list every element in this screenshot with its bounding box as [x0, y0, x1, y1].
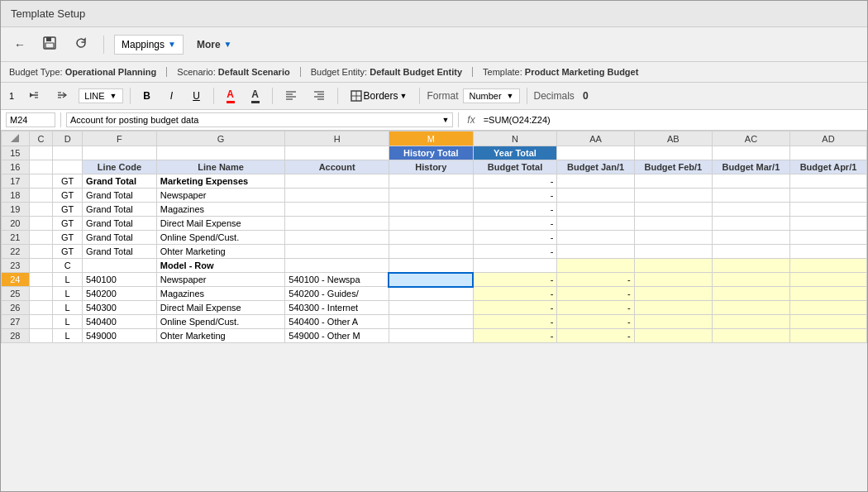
cell-20-h[interactable]: [285, 217, 389, 231]
cell-24-aa[interactable]: -: [557, 273, 634, 287]
row-num-18[interactable]: 18: [2, 189, 30, 203]
cell-23-ab[interactable]: [634, 259, 712, 273]
formula-input[interactable]: [484, 115, 862, 125]
cell-15-m[interactable]: History Total: [389, 146, 473, 160]
cell-17-ad[interactable]: [790, 174, 867, 189]
cell-26-d[interactable]: L: [53, 301, 83, 315]
cell-17-c[interactable]: [29, 174, 53, 189]
col-header-ac[interactable]: AC: [712, 131, 789, 146]
cell-26-h[interactable]: 540300 - Internet: [285, 301, 389, 315]
row-num-24[interactable]: 24: [2, 273, 30, 287]
cell-23-aa[interactable]: [557, 259, 634, 273]
cell-17-ac[interactable]: [712, 174, 789, 189]
cell-21-aa[interactable]: [557, 231, 634, 245]
col-header-ad[interactable]: AD: [790, 131, 867, 146]
cell-26-ab[interactable]: [634, 301, 712, 315]
cell-16-d[interactable]: [53, 160, 83, 174]
cell-28-g[interactable]: Ohter Marketing: [156, 329, 285, 343]
cell-25-d[interactable]: L: [53, 287, 83, 301]
cell-15-d[interactable]: [53, 146, 83, 160]
cell-17-m[interactable]: [389, 174, 473, 189]
cell-17-h[interactable]: [285, 174, 389, 189]
cell-28-aa[interactable]: -: [557, 329, 634, 343]
cell-25-h[interactable]: 540200 - Guides/: [285, 287, 389, 301]
col-header-m[interactable]: M: [389, 131, 473, 146]
cell-18-c[interactable]: [29, 189, 53, 203]
cell-17-d[interactable]: GT: [53, 174, 83, 189]
cell-25-ac[interactable]: [712, 287, 789, 301]
cell-20-n[interactable]: -: [473, 217, 557, 231]
cell-28-c[interactable]: [29, 329, 53, 343]
cell-17-g[interactable]: Marketing Expenses: [156, 174, 285, 189]
cell-16-h[interactable]: Account: [285, 160, 389, 174]
cell-23-f[interactable]: [83, 259, 157, 273]
cell-20-c[interactable]: [29, 217, 53, 231]
row-num-15[interactable]: 15: [2, 146, 30, 160]
cell-21-n[interactable]: -: [473, 231, 557, 245]
cell-22-d[interactable]: GT: [53, 245, 83, 259]
spreadsheet[interactable]: C D F G H M N AA AB AC AD 15: [1, 131, 867, 491]
row-num-26[interactable]: 26: [2, 301, 30, 315]
number-format-select[interactable]: Number ▼: [463, 88, 519, 103]
cell-24-ac[interactable]: [712, 273, 789, 287]
cell-21-ab[interactable]: [634, 231, 712, 245]
cell-22-h[interactable]: [285, 245, 389, 259]
cell-19-ac[interactable]: [712, 203, 789, 217]
cell-17-aa[interactable]: [557, 174, 634, 189]
cell-25-m[interactable]: [389, 287, 473, 301]
col-header-ab[interactable]: AB: [634, 131, 712, 146]
cell-15-ad[interactable]: [790, 146, 867, 160]
cell-17-f[interactable]: Grand Total: [83, 174, 157, 189]
cell-24-d[interactable]: L: [53, 273, 83, 287]
cell-15-ab[interactable]: [634, 146, 712, 160]
cell-26-m[interactable]: [389, 301, 473, 315]
cell-23-d[interactable]: C: [53, 259, 83, 273]
cell-20-ab[interactable]: [634, 217, 712, 231]
mappings-button[interactable]: Mappings ▼: [114, 35, 184, 55]
cell-22-ad[interactable]: [790, 245, 867, 259]
align-right-button[interactable]: [308, 88, 331, 105]
row-num-20[interactable]: 20: [2, 217, 30, 231]
cell-26-ac[interactable]: [712, 301, 789, 315]
cell-25-aa[interactable]: -: [557, 287, 634, 301]
cell-15-ac[interactable]: [712, 146, 789, 160]
cell-18-h[interactable]: [285, 189, 389, 203]
cell-28-n[interactable]: -: [473, 329, 557, 343]
cell-25-n[interactable]: -: [473, 287, 557, 301]
cell-27-ad[interactable]: [790, 315, 867, 329]
col-header-f[interactable]: F: [83, 131, 157, 146]
description-dropdown[interactable]: Account for posting budget data ▼: [66, 112, 453, 127]
cell-27-aa[interactable]: -: [557, 315, 634, 329]
cell-27-n[interactable]: -: [473, 315, 557, 329]
cell-23-ad[interactable]: [790, 259, 867, 273]
cell-16-f[interactable]: Line Code: [83, 160, 157, 174]
cell-22-aa[interactable]: [557, 245, 634, 259]
cell-22-n[interactable]: -: [473, 245, 557, 259]
cell-18-m[interactable]: [389, 189, 473, 203]
cell-24-m[interactable]: [389, 273, 473, 287]
cell-23-h[interactable]: [285, 259, 389, 273]
row-num-22[interactable]: 22: [2, 245, 30, 259]
cell-27-d[interactable]: L: [53, 315, 83, 329]
row-num-23[interactable]: 23: [2, 259, 30, 273]
cell-16-g[interactable]: Line Name: [156, 160, 285, 174]
cell-19-ab[interactable]: [634, 203, 712, 217]
cell-24-h[interactable]: 540100 - Newspa: [285, 273, 389, 287]
cell-26-f[interactable]: 540300: [83, 301, 157, 315]
cell-22-c[interactable]: [29, 245, 53, 259]
cell-27-ac[interactable]: [712, 315, 789, 329]
cell-21-ad[interactable]: [790, 231, 867, 245]
italic-button[interactable]: I: [162, 88, 182, 104]
cell-16-aa[interactable]: Budget Jan/1: [557, 160, 634, 174]
cell-27-g[interactable]: Online Spend/Cust.: [156, 315, 285, 329]
cell-23-n[interactable]: [473, 259, 557, 273]
cell-23-ac[interactable]: [712, 259, 789, 273]
cell-18-d[interactable]: GT: [53, 189, 83, 203]
row-num-19[interactable]: 19: [2, 203, 30, 217]
refresh-button[interactable]: [69, 32, 93, 56]
align-left-button[interactable]: [279, 88, 303, 105]
cell-18-aa[interactable]: [557, 189, 634, 203]
cell-18-ac[interactable]: [712, 189, 789, 203]
row-num-27[interactable]: 27: [2, 315, 30, 329]
row-num-25[interactable]: 25: [2, 287, 30, 301]
